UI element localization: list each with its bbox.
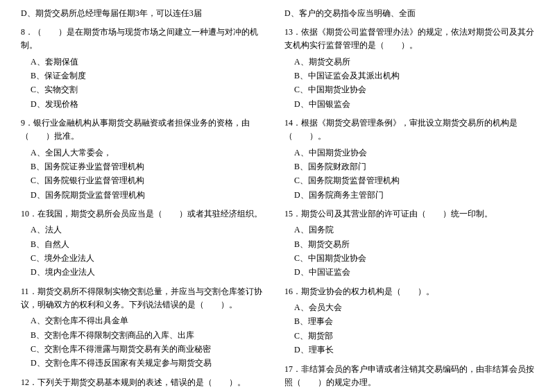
question-block: 17．非结算会员的客户申请或者注销其交易编码的，由非结算会员按照（ ）的规定办理…	[284, 363, 534, 392]
question-text: 14．根据《期货交易管理条例》，审批设立期货交易所的机构是（ ）。	[284, 117, 534, 143]
question-block: 8．（ ）是在期货市场与现货市场之间建立一种遭与对冲的机制。A、套期保值B、保证…	[21, 26, 271, 111]
options-list: A、全国人大常委会，B、国务院证券业监督管理机构C、国务院银行业监督管理机构D、…	[21, 146, 271, 203]
options-list: A、期货交易所B、中国证监会及其派出机构C、中国期货业协会D、中国银监会	[284, 55, 534, 112]
option-item: B、国务院财政部门	[294, 160, 534, 173]
option-item: C、期货部	[294, 329, 534, 343]
option-item: C、实物交割	[31, 83, 271, 96]
question-block: 13．依据《期货公司监督管理办法》的规定，依法对期货公司及其分支机构实行监督管理…	[284, 26, 534, 111]
option-item: C、中国期货业协会	[294, 83, 534, 96]
option-item: C、国务院期货监督管理机构	[294, 173, 534, 187]
option-item: D、国务院期货业监督管理机构	[31, 188, 271, 202]
option-item: D、交割仓库不得违反国家有关规定参与期货交易	[31, 356, 271, 370]
question-text: 10．在我国，期货交易所会员应当是（ ）或者其驻经济组织。	[21, 207, 271, 221]
option-item: A、交割仓库不得出具金单	[31, 314, 271, 327]
option-item: C、境外企业法人	[31, 251, 271, 265]
option-item: D、国务院商务主管部门	[294, 188, 534, 202]
question-block: 15．期货公司及其营业部的许可证由（ ）统一印制。A、国务院B、期货交易所C、中…	[284, 207, 534, 280]
question-text: 11．期货交易所不得限制实物交割总量，并应当与交割仓库签订协议，明确双方的权利和…	[21, 285, 271, 312]
question-block: 9．银行业金融机构从事期货交易融资或者担保业务的资格，由（ ）批准。A、全国人大…	[21, 117, 271, 202]
option-item: B、交割仓库不得限制交割商品的入库、出库	[31, 328, 271, 342]
option-item: B、理事会	[294, 314, 534, 328]
question-block: 14．根据《期货交易管理条例》，审批设立期货交易所的机构是（ ）。A、中国期货业…	[284, 117, 534, 202]
option-item: D、中国银监会	[294, 97, 534, 111]
option-item: A、套期保值	[31, 55, 271, 69]
question-block: 11．期货交易所不得限制实物交割总量，并应当与交割仓库签订协议，明确双方的权利和…	[21, 285, 271, 370]
option-item: C、交割仓库不得泄露与期货交易有关的商业秘密	[31, 342, 271, 356]
option-item: D、发现价格	[31, 97, 271, 111]
option-item: B、中国证监会及其派出机构	[294, 69, 534, 83]
two-column-layout: D、期货交易所总经理每届任期3年，可以连任3届8．（ ）是在期货市场与现货市场之…	[21, 7, 534, 392]
options-list: A、国务院B、期货交易所C、中国期货业协会D、中国证监会	[284, 223, 534, 280]
options-list: A、中国期货业协会B、国务院财政部门C、国务院期货监督管理机构D、国务院商务主管…	[284, 146, 534, 203]
option-item: A、国务院	[294, 223, 534, 237]
option-item: A、中国期货业协会	[294, 146, 534, 160]
option-item: B、期货交易所	[294, 237, 534, 251]
options-list: A、会员大会B、理事会C、期货部D、理事长	[284, 300, 534, 357]
question-text: 12．下列关于期货交易基本规则的表述，错误的是（ ）。	[21, 376, 271, 389]
options-list: A、交割仓库不得出具金单B、交割仓库不得限制交割商品的入库、出库C、交割仓库不得…	[21, 314, 271, 370]
option-item: A、全国人大常委会，	[31, 146, 271, 160]
question-text: 8．（ ）是在期货市场与现货市场之间建立一种遭与对冲的机制。	[21, 26, 271, 52]
question-text: D、客户的交易指令应当明确、全面	[284, 7, 534, 20]
question-text: D、期货交易所总经理每届任期3年，可以连任3届	[21, 7, 271, 20]
question-block: D、客户的交易指令应当明确、全面	[284, 7, 534, 20]
right-column: D、客户的交易指令应当明确、全面13．依据《期货公司监督管理办法》的规定，依法对…	[284, 7, 534, 392]
question-text: 15．期货公司及其营业部的许可证由（ ）统一印制。	[284, 207, 534, 221]
option-item: C、国务院银行业监督管理机构	[31, 173, 271, 187]
option-item: B、国务院证券业监督管理机构	[31, 160, 271, 173]
option-item: D、中国证监会	[294, 265, 534, 279]
page-container: D、期货交易所总经理每届任期3年，可以连任3届8．（ ）是在期货市场与现货市场之…	[21, 7, 534, 392]
option-item: B、自然人	[31, 237, 271, 251]
option-item: A、法人	[31, 223, 271, 237]
options-list: A、套期保值B、保证金制度C、实物交割D、发现价格	[21, 55, 271, 112]
option-item: B、保证金制度	[31, 69, 271, 83]
option-item: D、境内企业法人	[31, 265, 271, 279]
question-text: 13．依据《期货公司监督管理办法》的规定，依法对期货公司及其分支机构实行监督管理…	[284, 26, 534, 52]
question-text: 9．银行业金融机构从事期货交易融资或者担保业务的资格，由（ ）批准。	[21, 117, 271, 143]
question-block: 16．期货业协会的权力机构是（ ）。A、会员大会B、理事会C、期货部D、理事长	[284, 285, 534, 357]
option-item: D、理事长	[294, 343, 534, 357]
question-block: D、期货交易所总经理每届任期3年，可以连任3届	[21, 7, 271, 20]
question-text: 17．非结算会员的客户申请或者注销其交易编码的，由非结算会员按照（ ）的规定办理…	[284, 363, 534, 389]
option-item: C、中国期货业协会	[294, 251, 534, 265]
left-column: D、期货交易所总经理每届任期3年，可以连任3届8．（ ）是在期货市场与现货市场之…	[21, 7, 271, 392]
option-item: A、会员大会	[294, 300, 534, 314]
option-item: A、期货交易所	[294, 55, 534, 69]
question-text: 16．期货业协会的权力机构是（ ）。	[284, 285, 534, 298]
question-block: 10．在我国，期货交易所会员应当是（ ）或者其驻经济组织。A、法人B、自然人C、…	[21, 207, 271, 280]
question-block: 12．下列关于期货交易基本规则的表述，错误的是（ ）。A、在期货交易所进行期货交…	[21, 376, 271, 392]
options-list: A、法人B、自然人C、境外企业法人D、境内企业法人	[21, 223, 271, 280]
